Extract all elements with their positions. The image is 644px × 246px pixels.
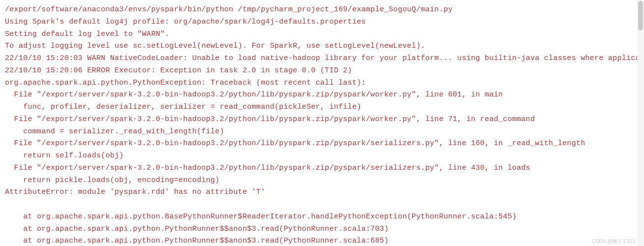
terminal-output: /export/software/anaconda3/envs/pyspark/… (5, 4, 644, 246)
output-line: return self.loads(obj) (5, 152, 124, 160)
output-line: Using Spark's default log4j profile: org… (5, 18, 366, 26)
output-line: func, profiler, deserializer, serializer… (5, 103, 362, 111)
output-line: command = serializer._read_with_length(f… (5, 127, 224, 136)
scrollbar-track[interactable] (637, 0, 644, 246)
output-line: File "/export/server/spark-3.2.0-bin-had… (5, 139, 585, 148)
scrollbar-thumb[interactable] (638, 1, 643, 31)
output-line: at org.apache.spark.api.python.PythonRun… (5, 237, 389, 245)
output-line: /export/software/anaconda3/envs/pyspark/… (5, 5, 453, 14)
output-line: Setting default log level to "WARN". (5, 30, 169, 38)
watermark: CSDN @狮子王123 (592, 238, 635, 246)
output-line: 22/10/10 15:20:03 WARN NativeCodeLoader:… (5, 54, 644, 62)
output-line: AttributeError: module 'pyspark.rdd' has… (5, 188, 265, 196)
output-line: 22/10/10 15:20:06 ERROR Executor: Except… (5, 66, 352, 75)
output-line: return pickle.loads(obj, encoding=encodi… (5, 176, 220, 184)
output-line: at org.apache.spark.api.python.PythonRun… (5, 225, 389, 233)
output-line: File "/export/server/spark-3.2.0-bin-had… (5, 115, 535, 123)
output-line: File "/export/server/spark-3.2.0-bin-had… (5, 164, 531, 172)
output-line: at org.apache.spark.api.python.BasePytho… (5, 213, 517, 221)
output-line: To adjust logging level use sc.setLogLev… (5, 42, 425, 50)
output-line: File "/export/server/spark-3.2.0-bin-had… (5, 91, 503, 99)
output-line: org.apache.spark.api.python.PythonExcept… (5, 79, 366, 87)
